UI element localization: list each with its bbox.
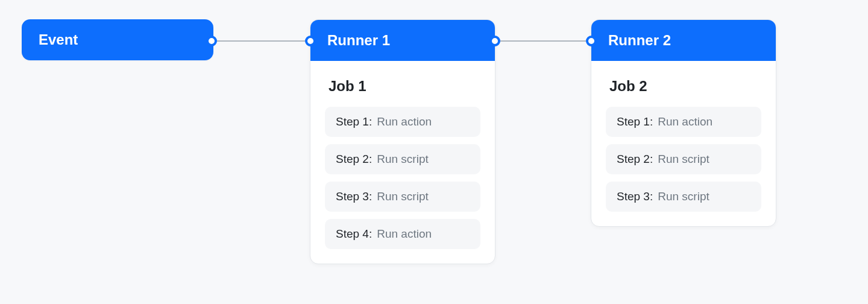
step-label: Step 3: bbox=[617, 190, 653, 203]
runner1-title: Runner 1 bbox=[327, 32, 390, 48]
step-desc: Run action bbox=[377, 227, 432, 241]
connector-dot-event-out bbox=[206, 36, 217, 46]
runner2-job-title: Job 2 bbox=[606, 78, 761, 95]
workflow-diagram: Event Runner 1 Job 1 Step 1: Run action … bbox=[0, 0, 868, 304]
step-label: Step 1: bbox=[336, 115, 372, 128]
event-title: Event bbox=[39, 31, 78, 48]
runner1-header: Runner 1 bbox=[310, 20, 495, 61]
connector-event-runner1 bbox=[211, 40, 310, 42]
runner1-step: Step 2: Run script bbox=[325, 144, 480, 174]
runner1-steps: Step 1: Run action Step 2: Run script St… bbox=[325, 107, 480, 249]
step-desc: Run script bbox=[658, 153, 709, 166]
runner1-step: Step 3: Run script bbox=[325, 182, 480, 212]
step-desc: Run action bbox=[658, 115, 712, 128]
runner2-header: Runner 2 bbox=[591, 20, 776, 61]
runner2-title: Runner 2 bbox=[608, 32, 671, 48]
event-node: Event bbox=[22, 19, 213, 60]
step-label: Step 3: bbox=[336, 190, 372, 203]
runner1-step: Step 1: Run action bbox=[325, 107, 480, 137]
runner1-node: Runner 1 Job 1 Step 1: Run action Step 2… bbox=[310, 19, 495, 264]
connector-dot-runner2-in bbox=[586, 36, 597, 46]
runner2-step: Step 1: Run action bbox=[606, 107, 761, 137]
step-label: Step 1: bbox=[617, 115, 653, 128]
step-desc: Run action bbox=[377, 115, 432, 128]
runner2-node: Runner 2 Job 2 Step 1: Run action Step 2… bbox=[591, 19, 776, 227]
step-desc: Run script bbox=[377, 190, 429, 203]
step-label: Step 4: bbox=[336, 227, 372, 241]
runner1-body: Job 1 Step 1: Run action Step 2: Run scr… bbox=[310, 61, 495, 264]
runner2-body: Job 2 Step 1: Run action Step 2: Run scr… bbox=[591, 61, 776, 226]
connector-dot-runner1-out bbox=[489, 36, 500, 46]
runner2-step: Step 2: Run script bbox=[606, 144, 761, 174]
step-desc: Run script bbox=[377, 153, 429, 166]
runner2-step: Step 3: Run script bbox=[606, 182, 761, 212]
step-label: Step 2: bbox=[617, 153, 653, 166]
connector-dot-runner1-in bbox=[305, 36, 316, 46]
step-desc: Run script bbox=[658, 190, 709, 203]
connector-runner1-runner2 bbox=[494, 40, 591, 42]
runner1-step: Step 4: Run action bbox=[325, 219, 480, 249]
step-label: Step 2: bbox=[336, 153, 372, 166]
runner1-job-title: Job 1 bbox=[325, 78, 480, 95]
runner2-steps: Step 1: Run action Step 2: Run script St… bbox=[606, 107, 761, 212]
